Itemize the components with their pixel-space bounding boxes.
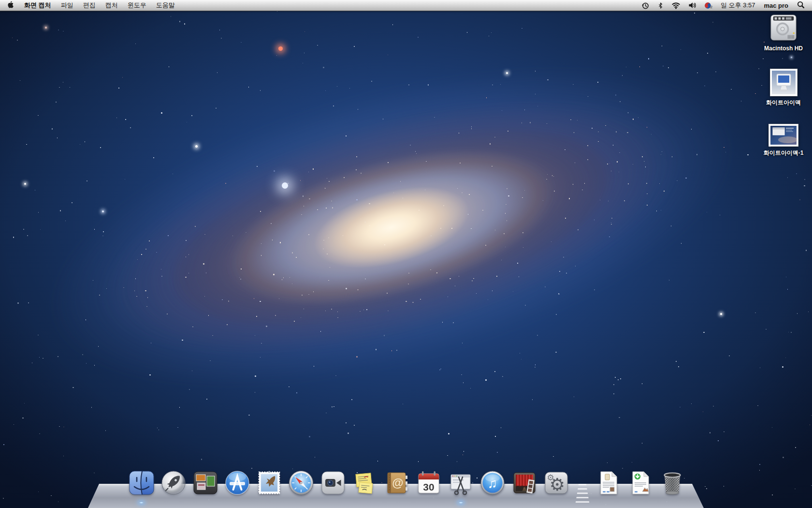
- dock-document-2-icon[interactable]: [627, 470, 653, 496]
- menu-status-area: 2 일 오후 3:57 mac pro: [638, 0, 812, 11]
- dock-itunes-icon[interactable]: ♫: [479, 470, 506, 496]
- desktop-icon-label: Macintosh HD: [764, 45, 803, 52]
- dock-stickies-icon[interactable]: [352, 470, 378, 496]
- dock: @ 30: [0, 466, 812, 508]
- dock-address-book-icon[interactable]: @: [384, 470, 410, 496]
- at-symbol-glyph: @: [392, 476, 403, 489]
- input-source-badge: 2: [710, 5, 712, 11]
- dock-icons-row: @ 30: [129, 470, 685, 496]
- dock-document-1-icon[interactable]: [595, 470, 622, 496]
- menu-capture[interactable]: 캡처: [101, 0, 123, 11]
- desktop-wallpaper: [0, 0, 812, 508]
- user-switch-menu[interactable]: mac pro: [759, 2, 793, 9]
- menu-bar: 화면 캡처 파일 편집 캡처 윈도우 도움말: [0, 0, 812, 11]
- dock-mail-icon[interactable]: [256, 470, 282, 496]
- spotlight-menu[interactable]: [793, 1, 812, 10]
- dock-facetime-icon[interactable]: [320, 470, 346, 496]
- dock-app-store-icon[interactable]: [224, 470, 250, 496]
- input-source-menu[interactable]: 2: [700, 0, 716, 11]
- bluetooth-icon: [657, 1, 664, 10]
- desktop-icon-label: 화이트아이맥: [766, 99, 801, 107]
- dock-finder-icon[interactable]: [129, 470, 155, 496]
- volume-menu[interactable]: [684, 0, 700, 11]
- image-file-icon: [770, 69, 798, 96]
- menu-edit[interactable]: 편집: [78, 0, 101, 11]
- menu-file[interactable]: 파일: [56, 0, 78, 11]
- bluetooth-menu[interactable]: [653, 0, 667, 11]
- apple-logo-icon: [7, 0, 14, 10]
- desktop-icon-whiteimac-1[interactable]: 화이트아이맥-1: [752, 124, 812, 157]
- menu-clock[interactable]: 일 오후 3:57: [716, 1, 760, 10]
- desktop-icon-whiteimac[interactable]: 화이트아이맥: [752, 69, 812, 107]
- dock-grab-icon[interactable]: [448, 470, 474, 496]
- dock-mission-control-icon[interactable]: [192, 470, 218, 496]
- finder-running-indicator: [139, 502, 144, 504]
- desktop-icon-label: 화이트아이맥-1: [764, 149, 804, 157]
- calendar-day-number: 30: [423, 481, 434, 493]
- dock-divider: [575, 484, 590, 505]
- time-machine-icon: [641, 1, 650, 10]
- image-file-icon: [768, 124, 798, 147]
- menu-left: 화면 캡처 파일 편집 캡처 윈도우 도움말: [0, 0, 180, 11]
- spotlight-search-icon: [797, 1, 805, 9]
- volume-icon: [688, 1, 696, 9]
- grab-running-indicator: [458, 502, 464, 504]
- wifi-icon: [671, 1, 681, 9]
- menu-app-name[interactable]: 화면 캡처: [19, 0, 56, 11]
- dock-launchpad-icon[interactable]: [160, 470, 187, 496]
- dock-ical-icon[interactable]: 30: [416, 470, 442, 496]
- dock-safari-icon[interactable]: [288, 470, 314, 496]
- apple-menu[interactable]: [0, 0, 19, 11]
- time-machine-menu[interactable]: [638, 0, 653, 11]
- dock-system-preferences-icon[interactable]: ⚙ ⚙: [543, 470, 569, 496]
- star-field: [0, 0, 812, 508]
- hard-drive-icon: [769, 13, 798, 43]
- menu-window[interactable]: 윈도우: [123, 0, 151, 11]
- menu-help[interactable]: 도움말: [151, 0, 180, 11]
- desktop-icon-macintosh-hd[interactable]: Macintosh HD: [752, 13, 812, 52]
- large-gear-glyph: ⚙: [550, 475, 565, 494]
- dock-photo-booth-icon[interactable]: [511, 470, 537, 496]
- dock-trash-icon[interactable]: [659, 470, 685, 496]
- music-note-glyph: ♫: [488, 476, 497, 491]
- wifi-menu[interactable]: [667, 0, 684, 11]
